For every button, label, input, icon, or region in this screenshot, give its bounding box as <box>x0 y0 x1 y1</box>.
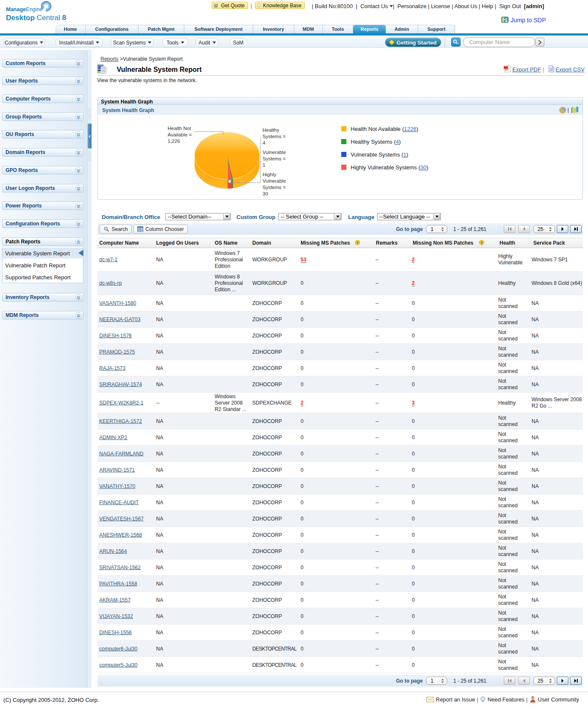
svg-text:Vulnerable Systems (1): Vulnerable Systems (1) <box>351 151 408 158</box>
svg-text:Systems =: Systems = <box>263 156 286 161</box>
svg-text:Highly Vulnerable Systems (30): Highly Vulnerable Systems (30) <box>351 164 428 171</box>
svg-text:Vulnerable: Vulnerable <box>263 150 286 155</box>
svg-text:Systems =: Systems = <box>263 185 286 190</box>
svg-text:Systems =: Systems = <box>263 134 286 139</box>
svg-text:Available =: Available = <box>168 132 192 137</box>
svg-text:1: 1 <box>263 163 265 168</box>
svg-text:1,226: 1,226 <box>168 139 180 144</box>
svg-text:Health Not Available (1226): Health Not Available (1226) <box>351 126 418 132</box>
svg-text:Healthy Systems (4): Healthy Systems (4) <box>351 139 401 145</box>
svg-text:ManageEngine: ManageEngine <box>6 6 43 12</box>
svg-text:4: 4 <box>263 140 266 145</box>
svg-text:Health Not: Health Not <box>168 126 191 131</box>
svg-text:Healthy: Healthy <box>263 127 279 133</box>
svg-text:Desktop Central 8: Desktop Central 8 <box>6 14 66 22</box>
svg-text:Vulnerable: Vulnerable <box>263 178 286 183</box>
svg-text:30: 30 <box>263 191 268 196</box>
svg-text:Highly: Highly <box>263 172 276 177</box>
